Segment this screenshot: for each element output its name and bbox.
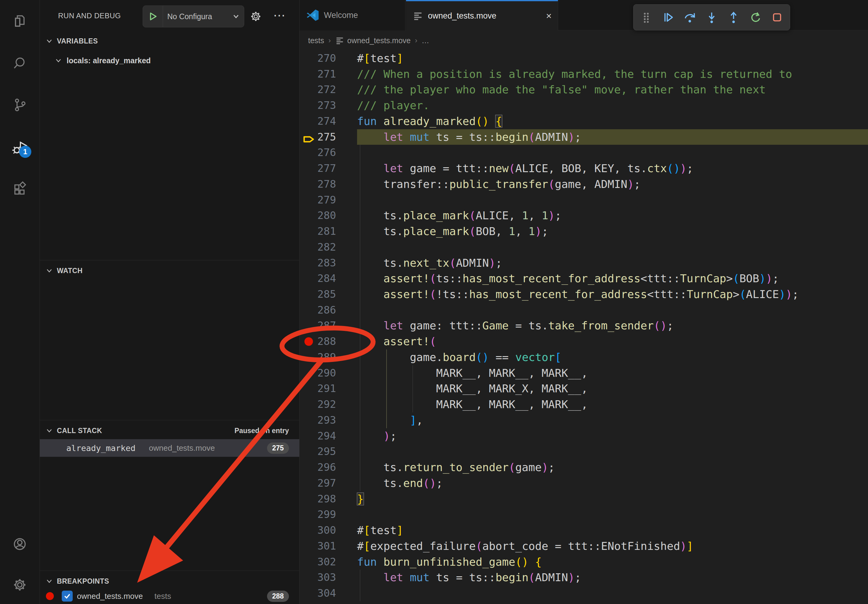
code-text[interactable]: }	[357, 491, 868, 507]
line-number-301[interactable]: 301	[299, 538, 357, 554]
code-text[interactable]	[357, 192, 868, 208]
debug-configuration-dropdown[interactable]: No Configura	[143, 5, 244, 27]
call-stack-frame[interactable]: already_marked owned_tests.move 275	[40, 439, 299, 457]
code-text[interactable]: /// the player who made the "false" move…	[357, 82, 868, 98]
toolbar-drag-grip-icon[interactable]	[637, 8, 656, 26]
line-number-283[interactable]: 283	[299, 255, 357, 271]
code-text[interactable]: let game = ttt::new(ALICE, BOB, KEY, ts.…	[357, 161, 868, 177]
watch-section-header[interactable]: WATCH	[40, 262, 299, 279]
code-text[interactable]	[357, 239, 868, 255]
account-icon[interactable]	[5, 529, 35, 559]
breadcrumb-folder[interactable]: tests	[308, 36, 324, 45]
continue-icon[interactable]	[659, 8, 677, 26]
code-text[interactable]: MARK__, MARK__, MARK__,	[357, 365, 868, 381]
line-number-273[interactable]: 273	[299, 98, 357, 113]
code-text[interactable]: #[test]	[357, 522, 868, 538]
code-text[interactable]: transfer::public_transfer(game, ADMIN);	[357, 177, 868, 192]
step-over-icon[interactable]	[680, 8, 699, 26]
code-text[interactable]: /// When a position is already marked, t…	[357, 66, 868, 82]
code-text[interactable]: let game: ttt::Game = ts.take_from_sende…	[357, 318, 868, 334]
extensions-icon[interactable]	[5, 173, 35, 204]
line-number-303[interactable]: 303	[299, 570, 357, 585]
code-text[interactable]: #[test]	[357, 51, 868, 66]
code-text[interactable]: #[expected_failure(abort_code = ttt::ENo…	[357, 538, 868, 554]
breakpoint-dot-icon[interactable]	[304, 337, 313, 346]
code-text[interactable]	[357, 145, 868, 161]
code-text[interactable]	[357, 585, 868, 601]
line-number-285[interactable]: 285	[299, 287, 357, 302]
line-number-276[interactable]: 276	[299, 145, 357, 161]
stop-icon[interactable]	[768, 8, 786, 26]
line-number-300[interactable]: 300	[299, 522, 357, 538]
code-text[interactable]: );	[357, 428, 868, 444]
call-stack-section-header[interactable]: CALL STACK Paused on entry	[40, 422, 299, 439]
code-text[interactable]: ts.return_to_sender(game);	[357, 460, 868, 475]
step-into-icon[interactable]	[702, 8, 721, 26]
line-number-304[interactable]: 304	[299, 585, 357, 601]
line-number-275[interactable]: 275	[299, 129, 357, 145]
line-number-274[interactable]: 274	[299, 113, 357, 129]
code-text[interactable]: fun already_marked() {	[357, 113, 868, 129]
line-number-302[interactable]: 302	[299, 554, 357, 570]
code-text[interactable]: game.board() == vector[	[357, 350, 868, 365]
line-number-293[interactable]: 293	[299, 412, 357, 428]
breakpoints-section-header[interactable]: BREAKPOINTS	[40, 573, 299, 590]
line-number-299[interactable]: 299	[299, 507, 357, 522]
code-text[interactable]: ts.place_mark(BOB, 1, 1);	[357, 223, 868, 239]
line-number-270[interactable]: 270	[299, 51, 357, 66]
line-number-291[interactable]: 291	[299, 381, 357, 396]
code-text[interactable]: MARK__, MARK_X, MARK__,	[357, 381, 868, 396]
explorer-icon[interactable]	[5, 6, 35, 36]
variables-locals-scope[interactable]: locals: already_marked	[40, 52, 299, 69]
line-number-286[interactable]: 286	[299, 302, 357, 318]
code-text[interactable]	[357, 507, 868, 522]
code-text[interactable]: let mut ts = ts::begin(ADMIN);	[357, 129, 868, 145]
code-text[interactable]: assert!(ts::has_most_recent_for_address<…	[357, 271, 868, 287]
line-number-297[interactable]: 297	[299, 475, 357, 491]
code-text[interactable]	[357, 302, 868, 318]
code-text[interactable]: MARK__, MARK__, MARK__,	[357, 396, 868, 412]
line-number-280[interactable]: 280	[299, 208, 357, 223]
breadcrumb-symbol[interactable]: …	[422, 36, 429, 45]
more-actions-icon[interactable]: ⋯	[268, 5, 290, 25]
source-control-icon[interactable]	[5, 90, 35, 120]
breadcrumb-file[interactable]: owned_tests.move	[335, 36, 411, 45]
line-number-281[interactable]: 281	[299, 223, 357, 239]
tab-owned-tests-move[interactable]: owned_tests.move ×	[406, 0, 558, 30]
line-number-284[interactable]: 284	[299, 271, 357, 287]
run-and-debug-icon[interactable]: 1	[5, 132, 35, 162]
line-number-271[interactable]: 271	[299, 66, 357, 82]
line-number-294[interactable]: 294	[299, 428, 357, 444]
tab-welcome[interactable]: Welcome	[299, 0, 405, 30]
code-text[interactable]	[357, 444, 868, 460]
code-text[interactable]: ts.next_tx(ADMIN);	[357, 255, 868, 271]
code-text[interactable]: /// player.	[357, 98, 868, 113]
code-text[interactable]: ts.place_mark(ALICE, 1, 1);	[357, 208, 868, 223]
breakpoint-list-item[interactable]: owned_tests.move tests 288	[40, 588, 299, 604]
code-text[interactable]: fun burn_unfinished_game() {	[357, 554, 868, 570]
line-number-289[interactable]: 289	[299, 350, 357, 365]
code-text[interactable]: assert!(	[357, 334, 868, 350]
settings-gear-icon[interactable]	[5, 570, 35, 600]
line-number-298[interactable]: 298	[299, 491, 357, 507]
line-number-282[interactable]: 282	[299, 239, 357, 255]
line-number-288[interactable]: 288	[299, 334, 357, 350]
line-number-272[interactable]: 272	[299, 82, 357, 98]
code-text[interactable]: ts.end();	[357, 475, 868, 491]
line-number-296[interactable]: 296	[299, 460, 357, 475]
close-tab-icon[interactable]: ×	[546, 11, 552, 21]
search-icon[interactable]	[5, 48, 35, 78]
line-number-292[interactable]: 292	[299, 396, 357, 412]
line-number-287[interactable]: 287	[299, 318, 357, 334]
line-number-279[interactable]: 279	[299, 192, 357, 208]
debug-settings-gear-icon[interactable]	[246, 7, 265, 26]
line-number-295[interactable]: 295	[299, 444, 357, 460]
code-text[interactable]: assert!(!ts::has_most_recent_for_address…	[357, 287, 868, 302]
breakpoint-checkbox[interactable]	[62, 591, 73, 602]
restart-icon[interactable]	[746, 8, 764, 26]
line-number-278[interactable]: 278	[299, 177, 357, 192]
line-number-277[interactable]: 277	[299, 161, 357, 177]
start-debug-icon[interactable]	[143, 6, 163, 27]
step-out-icon[interactable]	[724, 8, 743, 26]
code-text[interactable]: let mut ts = ts::begin(ADMIN);	[357, 570, 868, 585]
